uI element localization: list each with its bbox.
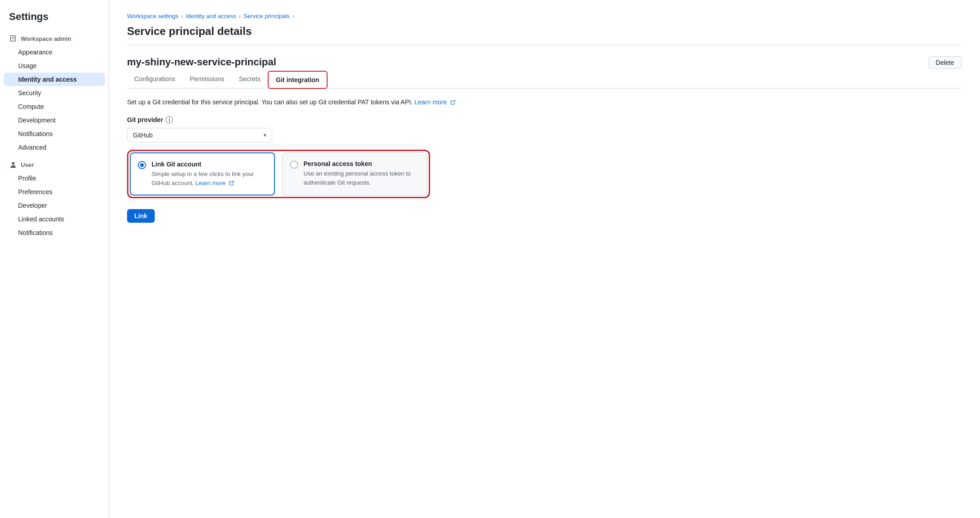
link-git-learn-more[interactable]: Learn more xyxy=(196,180,234,186)
git-provider-dropdown[interactable]: GitHub ▾ xyxy=(127,128,272,142)
personal-access-token-card[interactable]: Personal access token Use an existing pe… xyxy=(282,152,427,195)
sidebar-item-linked-accounts[interactable]: Linked accounts xyxy=(4,212,105,226)
sidebar-item-preferences[interactable]: Preferences xyxy=(4,185,105,199)
breadcrumb-sep-2: › xyxy=(239,13,241,20)
sidebar-item-identity-access[interactable]: Identity and access xyxy=(4,73,105,86)
tab-secrets[interactable]: Secrets xyxy=(232,71,268,88)
delete-button[interactable]: Delete xyxy=(928,56,962,69)
breadcrumb-sep-3: › xyxy=(292,13,294,20)
sp-name: my-shiny-new-service-principal xyxy=(127,56,276,68)
dropdown-value: GitHub xyxy=(133,132,153,139)
link-git-content: Link Git account Simple setup in a few c… xyxy=(152,161,267,187)
workspace-section-label: Workspace admin xyxy=(21,35,71,42)
user-section-label: User xyxy=(21,161,34,168)
sidebar-item-usage[interactable]: Usage xyxy=(4,59,105,73)
breadcrumb-identity-access[interactable]: Identity and access xyxy=(186,13,236,20)
sidebar-item-appearance[interactable]: Appearance xyxy=(4,45,105,59)
info-icon[interactable]: i xyxy=(166,116,173,123)
link-git-description: Simple setup in a few clicks to link you… xyxy=(152,170,267,187)
sidebar: Settings Workspace admin Appearance Usag… xyxy=(0,0,109,518)
workspace-icon xyxy=(9,34,17,43)
link-git-account-card[interactable]: Link Git account Simple setup in a few c… xyxy=(130,152,275,195)
link-button-wrapper: Link xyxy=(127,209,962,223)
pat-radio[interactable] xyxy=(290,161,298,169)
sidebar-item-compute[interactable]: Compute xyxy=(4,100,105,113)
link-git-title: Link Git account xyxy=(152,161,267,168)
sidebar-item-profile[interactable]: Profile xyxy=(4,171,105,185)
sidebar-item-advanced[interactable]: Advanced xyxy=(4,141,105,154)
link-button[interactable]: Link xyxy=(127,209,155,223)
sidebar-item-security[interactable]: Security xyxy=(4,86,105,100)
pat-content: Personal access token Use an existing pe… xyxy=(304,160,420,187)
page-title: Service principal details xyxy=(127,25,962,38)
breadcrumb-workspace-settings[interactable]: Workspace settings xyxy=(127,13,178,20)
pat-description: Use an existing personal access token to… xyxy=(304,169,420,187)
pat-title: Personal access token xyxy=(304,160,420,167)
workspace-section: Workspace admin Appearance Usage Identit… xyxy=(0,32,108,154)
sp-header: my-shiny-new-service-principal Delete xyxy=(127,56,962,69)
tabs: Configurations Permissions Secrets Git i… xyxy=(127,71,962,88)
tab-configurations[interactable]: Configurations xyxy=(127,71,182,88)
sidebar-item-developer[interactable]: Developer xyxy=(4,199,105,212)
git-provider-label: Git provider i xyxy=(127,116,962,123)
link-git-radio[interactable] xyxy=(138,161,146,169)
chevron-down-icon: ▾ xyxy=(264,132,266,138)
git-integration-description: Set up a Git credential for this service… xyxy=(127,98,962,107)
user-section-header: User xyxy=(0,158,108,171)
sidebar-item-development[interactable]: Development xyxy=(4,113,105,127)
settings-title: Settings xyxy=(0,11,108,32)
breadcrumb: Workspace settings › Identity and access… xyxy=(127,13,962,20)
sidebar-item-user-notifications[interactable]: Notifications xyxy=(4,226,105,239)
tab-permissions[interactable]: Permissions xyxy=(182,71,231,88)
title-divider xyxy=(127,45,962,45)
option-cards-wrapper: Link Git account Simple setup in a few c… xyxy=(127,150,430,198)
sidebar-item-notifications[interactable]: Notifications xyxy=(4,127,105,141)
user-section: User Profile Preferences Developer Linke… xyxy=(0,158,108,239)
workspace-section-header: Workspace admin xyxy=(0,32,108,45)
learn-more-api-link[interactable]: Learn more xyxy=(414,98,455,106)
breadcrumb-service-principals[interactable]: Service principals xyxy=(244,13,290,20)
user-icon xyxy=(9,161,17,169)
main-content: Workspace settings › Identity and access… xyxy=(109,0,980,518)
tab-git-integration[interactable]: Git integration xyxy=(268,71,328,89)
breadcrumb-sep-1: › xyxy=(181,13,183,20)
